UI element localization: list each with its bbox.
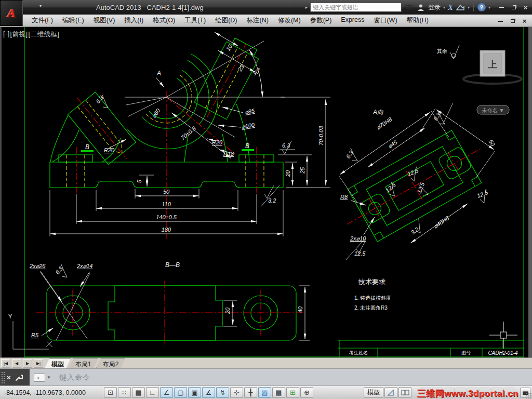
layout-tabs: 模型布局1布局2	[47, 358, 125, 368]
dim-label: R18	[223, 151, 234, 157]
dim-label: 其余	[437, 48, 447, 54]
menu-edit[interactable]: 编辑(E)	[58, 15, 89, 26]
menu-bar: 文件(F)编辑(E)视图(V)插入(I)格式(O)工具(T)绘图(D)标注(N)…	[0, 15, 532, 27]
command-prompt-icon[interactable]: >_	[34, 374, 45, 382]
search-input[interactable]	[310, 3, 402, 12]
section-view-bb	[36, 264, 310, 347]
minimize-button[interactable]	[497, 4, 506, 11]
restore-button[interactable]	[509, 4, 518, 11]
dim-label: ⌀70H8	[375, 116, 393, 131]
command-line-handle: ×	[0, 369, 30, 386]
menu-dimension[interactable]: 标注(N)	[242, 15, 273, 26]
menu-view[interactable]: 视图(V)	[89, 15, 120, 26]
toggle-3d-object-snap[interactable]: ▣	[188, 387, 201, 398]
tab-模型[interactable]: 模型	[45, 358, 71, 368]
dim-label: 70-0.03	[318, 126, 324, 145]
search-icon[interactable]	[404, 3, 414, 12]
tab-布局1[interactable]: 布局1	[69, 358, 98, 368]
menu-window[interactable]: 窗口(W)	[369, 15, 402, 26]
command-line[interactable]: × >_ ▼ 键入命令	[0, 368, 532, 385]
document-window-controls: ×	[496, 17, 529, 25]
dim-label: 20	[224, 307, 231, 314]
autodesk360-icon[interactable]	[456, 3, 465, 12]
toggle-selection-cycling[interactable]: ⊞	[286, 387, 299, 398]
toggle-snap-mode[interactable]: ∷	[118, 387, 131, 398]
dim-label: 6.3	[432, 111, 442, 122]
dim-label: ⌀40H8	[432, 215, 450, 230]
recent-commands-arrow-icon[interactable]: ▼	[47, 375, 51, 380]
dim-label: 3.2	[268, 197, 276, 204]
autocad-window: A ▾ AutoCAD 2013 CADH2-1-4[1].dwg ▸ 登录 ▾…	[0, 0, 532, 399]
command-input-area[interactable]: >_ ▼ 键入命令	[30, 369, 532, 386]
menu-tools[interactable]: 工具(T)	[180, 15, 210, 26]
dim-label: 25	[299, 167, 305, 174]
watermark-text: 三维网www.3dportal.cn	[417, 388, 518, 399]
application-menu-button[interactable]: A	[0, 0, 23, 26]
help-icon[interactable]: ?	[477, 3, 486, 11]
model-space-button[interactable]: 模型	[364, 387, 383, 398]
toggle-grid-display[interactable]: ▦	[132, 387, 145, 398]
default-roughness-mark	[450, 45, 459, 59]
dim-label: 110	[162, 201, 171, 207]
menu-file[interactable]: 文件(F)	[27, 15, 58, 26]
doc-minimize-button[interactable]	[496, 17, 505, 25]
dim-label: A	[156, 70, 161, 77]
signin-button[interactable]: 登录	[428, 3, 441, 12]
menu-modify[interactable]: 修改(M)	[273, 15, 305, 26]
resize-grip[interactable]	[526, 393, 532, 399]
help-arrow-icon[interactable]: ▾	[488, 5, 490, 10]
dim-label: ⌀85	[244, 108, 256, 115]
quick-access-arrow-icon[interactable]: ▾	[39, 4, 42, 8]
dim-label: 图号	[461, 350, 471, 355]
toggle-object-snap-tracking[interactable]: ∡	[202, 387, 215, 398]
tab-nav-button-2[interactable]: ▶	[23, 359, 32, 368]
tab-布局2[interactable]: 布局2	[96, 358, 126, 368]
command-close-icon[interactable]: ×	[7, 374, 11, 381]
toggle-dynamic-ucs[interactable]: ↯	[216, 387, 229, 398]
dim-label: ⌀100	[241, 122, 256, 130]
toggle-object-snap[interactable]: ▢	[174, 387, 187, 398]
menu-parametric[interactable]: 参数(P)	[305, 15, 337, 26]
menu-insert[interactable]: 插入(I)	[119, 15, 148, 26]
doc-close-button[interactable]: ×	[520, 17, 529, 25]
toggle-polar-tracking[interactable]: ∠	[160, 387, 173, 398]
toggle-ortho-mode[interactable]: ∟	[146, 387, 159, 398]
toggle-quick-properties[interactable]: ▤	[272, 387, 285, 398]
signin-arrow-icon[interactable]: ▾	[443, 5, 445, 10]
toggle-dynamic-input[interactable]: ⊹	[230, 387, 243, 398]
cad-drawing[interactable]: A102330°⌀6070±0.3⌀85⌀100R20R20R18BB6.36.…	[2, 27, 528, 357]
dim-label: 3.2	[409, 226, 419, 236]
dimension-labels: A102330°⌀6070±0.3⌀85⌀100R20R20R18BB6.36.…	[8, 43, 518, 356]
autocad-logo-icon: A	[7, 6, 16, 20]
autodesk360-arrow-icon[interactable]: ▾	[468, 5, 470, 10]
layout-tab-bar: |◀◀▶▶| 模型布局1布局2	[0, 357, 532, 368]
menu-draw[interactable]: 绘图(D)	[210, 15, 242, 26]
drag-grip-icon[interactable]	[1, 371, 5, 384]
tab-nav-button-3[interactable]: ▶|	[34, 359, 43, 368]
close-button[interactable]: ×	[521, 4, 530, 11]
coordinate-readout: -84.1594, -110.9673, 0.0000	[4, 389, 86, 396]
infocenter-collapse-icon[interactable]: ▸	[305, 5, 308, 10]
toggle-show-lineweight[interactable]: ╋	[244, 387, 257, 398]
toggle-show-transparency[interactable]: ▨	[258, 387, 271, 398]
menu-help[interactable]: 帮助(H)	[402, 15, 433, 26]
dim-label: CADH2-01-4	[488, 350, 518, 356]
toggle-infer-constraints[interactable]: ⊡	[104, 387, 117, 398]
annotation-scale-icon[interactable]	[384, 387, 397, 398]
infocenter: ▸ 登录 ▾ X ▾ ? ▾ ×	[305, 2, 530, 13]
exchange-apps-icon[interactable]: X	[448, 3, 453, 12]
dim-label: 12.5	[476, 189, 489, 199]
menu-format[interactable]: 格式(O)	[148, 15, 180, 26]
menu-express[interactable]: Express	[336, 15, 369, 26]
tab-nav-button-1[interactable]: ◀	[12, 359, 21, 368]
menu-items: 文件(F)编辑(E)视图(V)插入(I)格式(O)工具(T)绘图(D)标注(N)…	[27, 15, 433, 26]
user-icon[interactable]	[416, 3, 425, 12]
command-placeholder: 键入命令	[59, 373, 90, 382]
doc-restore-button[interactable]	[508, 17, 517, 25]
dim-label: R5	[31, 332, 39, 338]
drawing-area[interactable]: [-] [前视] [二维线框]	[0, 27, 532, 357]
tab-nav-button-0[interactable]: |◀	[1, 359, 10, 368]
toggle-annotation-monitor[interactable]: ⊕	[300, 387, 313, 398]
wrench-icon[interactable]	[15, 374, 23, 382]
viewport-layout-icon[interactable]	[398, 387, 411, 398]
